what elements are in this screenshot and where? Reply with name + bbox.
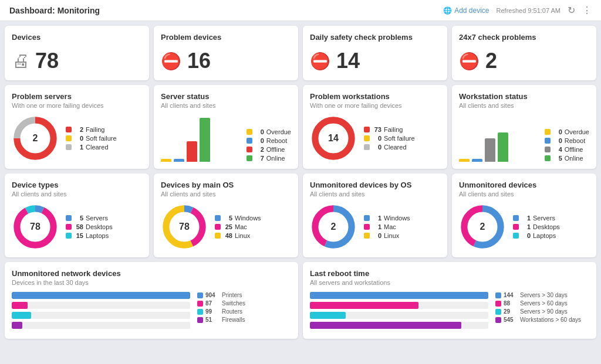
unmonitored-devices-subtitle: All clients and sites <box>459 190 589 198</box>
device-types-legend: 5 Servers 58 Desktops 15 Laptops <box>66 215 113 239</box>
problem-devices-card: Problem devices ⛔ 16 <box>154 26 298 80</box>
daily-safety-title: Daily safety check problems <box>310 33 440 42</box>
device-types-donut: 78 <box>12 203 59 250</box>
workstation-status-card: Workstation status All clients and sites <box>452 85 596 169</box>
unmonitored-devices-donut: 2 <box>459 203 506 250</box>
refresh-timestamp: Refreshed 9:51:07 AM <box>497 7 561 14</box>
hbar-workstations-60 <box>310 322 488 329</box>
server-status-title: Server status <box>161 92 291 101</box>
network-devices-subtitle: Devices in the last 30 days <box>12 279 291 286</box>
globe-icon: 🌐 <box>443 6 452 15</box>
devices-title: Devices <box>12 33 142 42</box>
legend-failing: 2 Failing <box>66 126 117 133</box>
devices-value: 78 <box>35 49 59 73</box>
unmonitored-devices-center: 2 <box>480 222 485 232</box>
hbar-servers-60 <box>310 302 488 309</box>
bar-offline <box>187 115 197 162</box>
menu-button[interactable]: ⋮ <box>582 5 592 16</box>
hbar-routers <box>12 312 190 319</box>
devices-by-os-card: Devices by main OS All clients and sites… <box>154 174 298 257</box>
problem-workstations-subtitle: With one or more failing devices <box>310 102 440 109</box>
workstation-status-subtitle: All clients and sites <box>459 102 589 109</box>
last-reboot-subtitle: All servers and workstations <box>310 279 589 286</box>
problem-workstations-title: Problem workstations <box>310 92 440 101</box>
workstation-status-legend: 0 Overdue 0 Reboot 4 Offline 5 Online <box>545 128 589 162</box>
refresh-button[interactable]: ↻ <box>568 5 575 16</box>
last-reboot-card: Last reboot time All servers and worksta… <box>303 262 596 339</box>
unmonitored-by-os-legend: 1 Windows 1 Mac 0 Linux <box>364 215 410 239</box>
problem-workstations-legend: 73 Failing 0 Soft failure 0 Cleared <box>364 126 415 151</box>
problem-servers-title: Problem servers <box>12 92 142 101</box>
last-reboot-title: Last reboot time <box>310 269 589 278</box>
hbar-firewalls <box>12 322 190 329</box>
daily-safety-value: 14 <box>336 49 360 73</box>
legend-color-soft <box>66 135 72 141</box>
unmonitored-devices-title: Unmonitored devices <box>459 181 589 189</box>
warning-icon-2: ⛔ <box>310 52 330 71</box>
legend-soft-failure: 0 Soft failure <box>66 135 117 142</box>
legend-color-failing <box>66 127 72 132</box>
legend-cleared: 1 Cleared <box>66 144 117 151</box>
problem-servers-center: 2 <box>33 133 38 144</box>
daily-safety-card: Daily safety check problems ⛔ 14 <box>303 26 447 80</box>
unmonitored-by-os-center: 2 <box>331 222 336 232</box>
last-reboot-legend: 144 Servers > 30 days 88 Servers > 60 da… <box>495 292 589 332</box>
check-247-title: 24x7 check problems <box>459 33 589 42</box>
add-device-button[interactable]: 🌐 Add device <box>443 6 489 15</box>
network-devices-card: Unmonitored network devices Devices in t… <box>5 262 298 339</box>
device-types-card: Device types All clients and sites 78 5 … <box>5 174 149 257</box>
devices-by-os-donut: 78 <box>161 203 208 250</box>
network-devices-legend: 904 Printers 87 Switches 99 Routers 51 F… <box>197 292 291 332</box>
device-types-subtitle: All clients and sites <box>12 190 142 198</box>
server-status-card: Server status All clients and sites <box>154 85 298 169</box>
server-status-barchart <box>161 115 237 162</box>
header: Dashboard: Monitoring 🌐 Add device Refre… <box>0 0 601 21</box>
bar-overdue <box>161 115 171 162</box>
problem-workstations-donut: 14 <box>310 115 357 162</box>
problem-devices-value: 16 <box>187 49 211 73</box>
problem-servers-donut: 2 <box>12 115 59 162</box>
problem-servers-card: Problem servers With one or more failing… <box>5 85 149 169</box>
dashboard-grid: Devices 🖨 78 Problem devices ⛔ 16 Daily … <box>0 21 601 262</box>
problem-workstations-card: Problem workstations With one or more fa… <box>303 85 447 169</box>
devices-by-os-center: 78 <box>179 222 190 232</box>
problem-servers-subtitle: With one or more failing devices <box>12 102 142 109</box>
bar-reboot <box>174 115 184 162</box>
devices-by-os-subtitle: All clients and sites <box>161 190 291 198</box>
warning-icon: ⛔ <box>161 52 181 71</box>
workstation-status-title: Workstation status <box>459 92 589 101</box>
workstation-status-barchart <box>459 115 535 162</box>
bottom-section: Unmonitored network devices Devices in t… <box>0 262 601 343</box>
device-icon: 🖨 <box>12 51 29 71</box>
hbar-switches <box>12 302 190 309</box>
hbar-servers-90 <box>310 312 488 319</box>
devices-by-os-title: Devices by main OS <box>161 181 291 189</box>
problem-workstations-center: 14 <box>328 133 339 144</box>
device-types-title: Device types <box>12 181 142 189</box>
unmonitored-devices-card: Unmonitored devices All clients and site… <box>452 174 596 257</box>
page-title: Dashboard: Monitoring <box>9 6 100 15</box>
devices-by-os-legend: 5 Windows 25 Mac 48 Linux <box>215 215 261 239</box>
check-247-value: 2 <box>485 49 497 73</box>
unmonitored-by-os-title: Unmonitored devices by OS <box>310 181 440 189</box>
check-247-card: 24x7 check problems ⛔ 2 <box>452 26 596 80</box>
server-status-subtitle: All clients and sites <box>161 102 291 109</box>
warning-icon-3: ⛔ <box>459 52 480 71</box>
problem-devices-title: Problem devices <box>161 33 291 42</box>
device-types-center: 78 <box>30 222 40 232</box>
last-reboot-bars <box>310 292 488 332</box>
hbar-servers-30 <box>310 292 488 299</box>
legend-color-cleared <box>66 144 72 150</box>
unmonitored-by-os-donut: 2 <box>310 203 357 250</box>
devices-card: Devices 🖨 78 <box>5 26 149 80</box>
bar-online <box>200 115 210 162</box>
network-devices-title: Unmonitored network devices <box>12 269 291 278</box>
problem-servers-legend: 2 Failing 0 Soft failure 1 Cleared <box>66 126 117 151</box>
unmonitored-by-os-card: Unmonitored devices by OS All clients an… <box>303 174 447 257</box>
header-actions: 🌐 Add device Refreshed 9:51:07 AM ↻ ⋮ <box>443 5 592 16</box>
unmonitored-by-os-subtitle: All clients and sites <box>310 190 440 198</box>
network-devices-bars <box>12 292 190 332</box>
hbar-printers <box>12 292 190 299</box>
unmonitored-devices-legend: 1 Servers 1 Desktops 0 Laptops <box>513 215 560 239</box>
server-status-legend: 0 Overdue 0 Reboot 2 Offline 7 Online <box>247 128 291 162</box>
